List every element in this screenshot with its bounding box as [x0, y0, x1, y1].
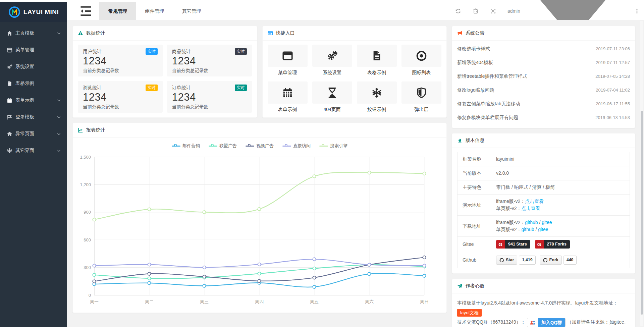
announcement-time: 2019-07-04 11:02	[596, 88, 630, 93]
legend-item[interactable]: 直接访问	[282, 143, 311, 149]
svg-text:周六: 周六	[365, 299, 374, 304]
github-fork-button[interactable]: Fork	[540, 256, 562, 265]
stat-desc: 当前分类总记录数	[83, 68, 158, 74]
author-paragraph: 本模板基于layui2.5.4以及font-awesome-4.7.0进行实现。…	[457, 298, 630, 317]
svg-text:周四: 周四	[255, 299, 264, 304]
announcement-row[interactable]: 修复左侧菜单缩放tab无法移动2019-06-17 11:55	[457, 97, 630, 111]
sidebar-item[interactable]: 异常页面	[0, 125, 67, 142]
legend-item[interactable]: 视频广告	[246, 143, 274, 149]
legend-label: 视频广告	[256, 143, 274, 149]
trash-icon[interactable]	[473, 8, 479, 14]
version-row: GiteeG941 StarsG278 Forks	[458, 237, 630, 252]
sidebar-item[interactable]: 系统设置	[0, 58, 67, 75]
link[interactable]: gitee	[542, 220, 552, 225]
sidebar-item-label: 其它界面	[15, 148, 57, 154]
gitee-logo-icon: G	[496, 240, 505, 249]
legend-marker-icon	[282, 144, 291, 148]
panel-icon	[268, 31, 273, 36]
quick-item-6[interactable]: 404页面	[312, 81, 352, 113]
sidebar-item[interactable]: 表格示例	[0, 75, 67, 92]
version-card: 版本信息 框架名称layuimini当前版本v2.0.0主要特色零门槛 / 响应…	[452, 133, 635, 274]
page-scrollbar[interactable]	[640, 21, 643, 326]
quick-item-7[interactable]: 按钮示例	[357, 81, 397, 113]
version-row: GithubStar1,419Fork440	[458, 252, 630, 268]
stat-value: 1234	[83, 55, 158, 67]
sidebar-menu: 主页模板菜单管理系统设置表格示例表单示例登录模板异常页面其它界面	[0, 22, 67, 159]
tab-2[interactable]: 组件管理	[136, 2, 173, 20]
quick-item-3[interactable]: 表格示例	[357, 45, 397, 76]
quick-item-label: 弹出层	[401, 107, 441, 113]
file-icon	[7, 81, 12, 87]
link[interactable]: github	[521, 227, 534, 232]
scrollbar-thumb[interactable]	[641, 111, 643, 315]
announcement-row[interactable]: 修改选项卡样式2019-07-11 23:06	[457, 42, 630, 56]
sidebar-collapse-button[interactable]	[79, 2, 93, 20]
legend-label: 搜索引擎	[330, 143, 347, 149]
main-content: 数据统计 用户统计实时1234当前分类总记录数商品统计实时1234当前分类总记录…	[67, 20, 644, 327]
quick-item-1[interactable]: 菜单管理	[268, 45, 308, 76]
author-card: 作者心语 本模板基于layui2.5.4以及font-awesome-4.7.0…	[452, 279, 635, 327]
announcement-row[interactable]: 修改logo缩放问题2019-07-04 11:02	[457, 83, 630, 97]
tab-3[interactable]: 其它管理	[173, 2, 210, 20]
chevron-down-icon	[57, 132, 61, 136]
link[interactable]: 点击查看	[525, 199, 544, 204]
version-label: Github	[458, 252, 491, 268]
quick-grid: 菜单管理系统设置表格示例图标列表表单示例404页面按钮示例弹出层	[268, 45, 442, 113]
status-badge: 实时	[235, 85, 247, 91]
announcement-text: 修复多模块菜单栏展开有问题	[457, 115, 518, 121]
stat-label: 浏览统计	[83, 85, 102, 91]
version-row: 主要特色零门槛 / 响应式 / 清爽 / 极简	[458, 180, 630, 195]
gitee-badge[interactable]: G941 Stars	[496, 240, 530, 249]
github-count[interactable]: 440	[564, 256, 577, 265]
sidebar-item[interactable]: 登录模板	[0, 109, 67, 125]
legend-item[interactable]: 联盟广告	[209, 143, 237, 149]
quick-item-label: 表单示例	[268, 107, 308, 113]
snowflake-icon	[371, 87, 382, 98]
sidebar-item[interactable]: 菜单管理	[0, 42, 67, 58]
announcement-card-title: 系统公告	[466, 30, 484, 36]
legend-marker-icon	[319, 144, 328, 148]
join-qq-button[interactable]: 加入QQ群	[527, 318, 566, 327]
version-row: 当前版本v2.0.0	[458, 166, 630, 180]
quick-item-2[interactable]: 系统设置	[312, 45, 352, 76]
quick-card-title: 快捷入口	[276, 30, 295, 36]
legend-item[interactable]: 邮件营销	[172, 143, 200, 149]
svg-text:1,200: 1,200	[80, 182, 91, 187]
sidebar-item[interactable]: 主页模板	[0, 25, 67, 42]
github-count[interactable]: 1,419	[519, 256, 535, 265]
quick-item-8[interactable]: 弹出层	[401, 81, 441, 113]
announcement-row[interactable]: 修复多模块菜单栏展开有问题2019-06-13 14:53	[457, 111, 630, 124]
tab-1[interactable]: 常规管理	[99, 2, 136, 20]
github-star-button[interactable]: Star	[496, 256, 517, 265]
qq-group-icon	[527, 318, 538, 327]
announcement-text: 修改logo缩放问题	[457, 87, 494, 93]
link[interactable]: github	[525, 220, 538, 225]
version-value: layuimini	[496, 156, 514, 162]
link[interactable]: 点击查看	[521, 206, 540, 211]
gears-icon	[7, 64, 12, 70]
version-label: 主要特色	[458, 180, 491, 195]
quick-item-5[interactable]: 表单示例	[268, 81, 308, 113]
gitee-badge[interactable]: G278 Forks	[535, 240, 570, 249]
quick-item-label: 图标列表	[401, 70, 441, 76]
announcement-row[interactable]: 新增treetable插件和菜单管理样式2019-07-05 14:28	[457, 69, 630, 83]
brand-logo[interactable]: LAYUI MINI	[0, 2, 67, 22]
quick-item-label: 404页面	[312, 107, 352, 113]
legend-marker-icon	[209, 144, 217, 148]
layui-doc-button[interactable]: layui文档	[457, 309, 482, 317]
sidebar-item[interactable]: 其它界面	[0, 142, 67, 159]
gears-icon	[327, 50, 338, 61]
svg-text:周一: 周一	[90, 299, 99, 304]
stat-box: 浏览统计实时1234当前分类总记录数	[78, 81, 163, 113]
announcement-row[interactable]: 新增系统404模板2019-07-11 12:57	[457, 56, 630, 69]
refresh-icon[interactable]	[455, 8, 461, 14]
legend-item[interactable]: 搜索引擎	[319, 143, 347, 149]
announcement-time: 2019-07-11 23:06	[596, 46, 630, 51]
quick-item-4[interactable]: 图标列表	[401, 45, 441, 76]
fullscreen-icon[interactable]	[490, 8, 496, 14]
kebab-menu-icon[interactable]	[635, 8, 639, 14]
link[interactable]: gitee	[538, 227, 548, 232]
stat-value: 1234	[172, 55, 247, 67]
sidebar-item[interactable]: 表单示例	[0, 92, 67, 109]
version-link-line: 单页版-v2：点击查看	[496, 205, 625, 212]
